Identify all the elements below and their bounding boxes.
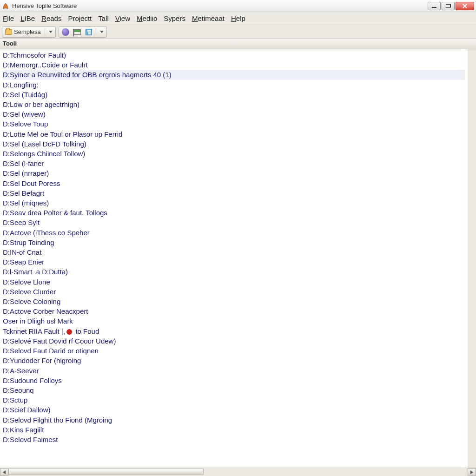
list-item[interactable]: D:Selovd Faut Darid or otiqnen <box>3 346 465 356</box>
menu-view[interactable]: View <box>115 14 130 22</box>
hscroll-track[interactable] <box>8 468 468 476</box>
list-item[interactable]: D:Selove Clurder <box>3 287 465 297</box>
list-item[interactable]: D:Seav drea Polter & faut. Tollogs <box>3 208 465 218</box>
list-item[interactable]: D:Actove (iThess co Speher <box>3 228 465 238</box>
close-button[interactable] <box>456 2 474 10</box>
workspace-label: Semplesa <box>14 28 41 35</box>
title-bar: Hensive Toplle Software <box>0 0 476 12</box>
list-item[interactable]: D:Selove Llone <box>3 277 465 287</box>
menu-projectt[interactable]: Projectt <box>68 14 92 22</box>
hscroll-thumb[interactable] <box>8 469 204 475</box>
list-item[interactable]: D:Selongs Chiincel Tollow) <box>3 149 465 159</box>
menu-file[interactable]: File <box>3 14 14 22</box>
list-item[interactable]: Oser in Dliigh usl Mark <box>3 316 465 326</box>
folder-icon <box>5 29 12 35</box>
list-item[interactable]: D:Lotte Mel oe Toul or Plasor up Ferrid <box>3 129 465 139</box>
scroll-right-button[interactable] <box>468 468 476 476</box>
list-item[interactable]: D:Syiner a Reunviited for OBB orgrols ha… <box>3 70 465 79</box>
menu-reads[interactable]: Reads <box>41 14 61 22</box>
menu-libe[interactable]: LIBe <box>20 14 35 22</box>
chevron-down-icon <box>49 31 53 33</box>
workspace-dropdown[interactable] <box>48 31 53 33</box>
list-item[interactable]: D:Sel (miqnes) <box>3 198 465 208</box>
flag-button[interactable] <box>73 29 82 35</box>
menu-mediio[interactable]: Mediio <box>137 14 157 22</box>
list-item[interactable]: D:Sel Befagrt <box>3 188 465 198</box>
minimize-button[interactable] <box>428 2 441 10</box>
list-item[interactable]: D:IN-of Cnat <box>3 247 465 257</box>
app-icon <box>2 2 9 10</box>
list-item[interactable]: D:Sel (l-faner <box>3 159 465 168</box>
scroll-up-button[interactable] <box>468 49 476 58</box>
toolbar: Semplesa <box>0 25 476 39</box>
menu-bar: FileLIBeReadsProjecttTallViewMediioSyper… <box>0 12 476 25</box>
list-item[interactable]: D:Selovd Filghit tho Fiond (Mgroing <box>3 415 465 425</box>
list-item[interactable]: D:l-Smart .a D:Dutta) <box>3 267 465 277</box>
list-item[interactable]: D:Mernorgr..Coide or Faulrt <box>3 60 465 70</box>
menu-tall[interactable]: Tall <box>98 14 109 22</box>
save-icon <box>86 29 92 35</box>
list-item[interactable]: D:Sctup <box>3 395 465 405</box>
list-item[interactable]: D:Selove Coloning <box>3 297 465 306</box>
chevron-down-icon <box>100 31 104 33</box>
list-item[interactable]: D:Selové Faut Dovid rf Cooor Udew) <box>3 336 465 346</box>
list-item[interactable]: D:Sel (Lasel DcFD Tolking) <box>3 139 465 149</box>
list-item[interactable]: D:Selovd Faimest <box>3 435 465 444</box>
list-item[interactable]: D:Selove Toup <box>3 119 465 129</box>
window-title: Hensive Toplle Software <box>12 2 428 9</box>
list-item[interactable]: Tcknnet RIIA Fault [, to Foud <box>3 326 465 336</box>
content-area: D:Tchrnosofor Fault)D:Mernorgr..Coide or… <box>0 49 476 468</box>
flag-icon <box>74 29 81 35</box>
actions-dropdown[interactable] <box>99 31 105 33</box>
list-item[interactable]: D:Seounq <box>3 385 465 395</box>
list-item[interactable]: D:Yundoder For (higroing <box>3 356 465 365</box>
record-dot-icon <box>66 329 72 335</box>
list-column-header[interactable]: Tooll <box>0 39 476 49</box>
toolbar-group-workspace: Semplesa <box>2 26 56 38</box>
restore-button[interactable] <box>442 2 455 10</box>
list-item[interactable]: D:Seep Sylt <box>3 218 465 227</box>
list-item[interactable]: D:Kins Fagiilt <box>3 425 465 435</box>
list-item[interactable]: D:Low or ber agectrhign) <box>3 99 465 109</box>
tool-list: D:Tchrnosofor Fault)D:Mernorgr..Coide or… <box>0 49 468 444</box>
scroll-down-button[interactable] <box>468 459 476 468</box>
globe-button[interactable] <box>61 28 70 36</box>
list-item[interactable]: D:Longfing: <box>3 80 465 90</box>
list-item[interactable]: D:Strup Toinding <box>3 238 465 247</box>
menu-metimeaat[interactable]: Metimeaat <box>192 14 225 22</box>
menu-help[interactable]: Help <box>231 14 245 22</box>
scroll-left-button[interactable] <box>0 468 8 476</box>
list-item[interactable]: D:Sel Dout Poress <box>3 178 465 188</box>
list-item[interactable]: D:Actove Corber Neacxpert <box>3 306 465 316</box>
list-item[interactable]: D:Seap Enier <box>3 257 465 267</box>
list-item[interactable]: D:A-Seever <box>3 366 465 376</box>
list-item[interactable]: D:Scief Dallow) <box>3 405 465 415</box>
globe-icon <box>62 28 69 36</box>
list-item[interactable]: D:Sel (wivew) <box>3 109 465 119</box>
list-item[interactable]: D:Sel (nrraper) <box>3 168 465 178</box>
window-controls <box>428 2 474 10</box>
workspace-selector[interactable]: Semplesa <box>4 28 42 35</box>
toolbar-group-actions <box>59 26 107 38</box>
list-item[interactable]: D:Sel (Tuidág) <box>3 90 465 99</box>
vertical-scrollbar[interactable] <box>468 49 476 468</box>
menu-sypers[interactable]: Sypers <box>164 14 185 22</box>
horizontal-scrollbar[interactable] <box>0 468 476 476</box>
save-button[interactable] <box>85 29 93 35</box>
list-item[interactable]: D:Sudound Folloys <box>3 376 465 385</box>
list-item[interactable]: D:Tchrnosofor Fault) <box>3 50 465 60</box>
